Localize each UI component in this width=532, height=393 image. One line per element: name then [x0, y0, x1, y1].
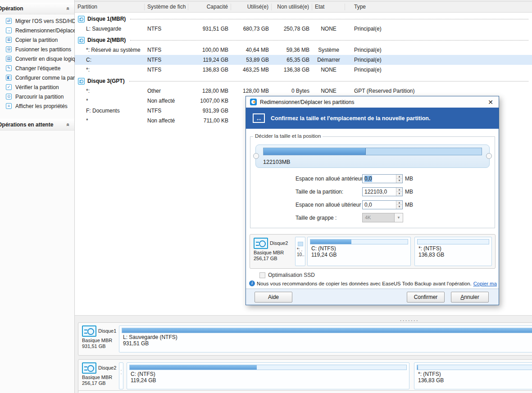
cancel-button[interactable]: Annuler	[451, 292, 489, 303]
column-header-filesystem[interactable]: Système de fich	[145, 4, 188, 10]
slider-track[interactable]	[263, 148, 482, 155]
cell-type: Principal(e)	[345, 26, 532, 32]
unallocated-after-input[interactable]: 0,0▲▼	[362, 200, 403, 209]
close-icon[interactable]: ✕	[487, 99, 495, 106]
disk-panel-disque1: Disque1 Basique MBR 931,51 GB L: Sauvega…	[78, 322, 532, 356]
table-row[interactable]: *: NTFS 136,83 GB 463,25 MB 136,38 GB NO…	[75, 65, 532, 75]
cell-status: Système	[312, 47, 345, 53]
cell-used: 128,00 MB	[231, 88, 272, 94]
partition-size: 119,24 GB	[308, 252, 410, 258]
splitter-handle[interactable]: .......	[400, 316, 419, 322]
spin-down-icon[interactable]: ▼	[396, 179, 402, 183]
disk-icon	[254, 238, 268, 249]
column-header-unused[interactable]: Non utilisé(e)	[272, 4, 312, 10]
column-header-status[interactable]: Etat	[312, 4, 345, 10]
sidebar-item-migrate-os[interactable]: ⇄Migrer l'OS vers SSD/HDD	[0, 16, 74, 26]
properties-icon: ≡	[6, 103, 12, 109]
partition-size-input[interactable]: 122103,0▲▼	[362, 187, 403, 196]
convert-logical-icon: ▤	[6, 56, 12, 62]
sidebar-item-resize-move[interactable]: →Redimensionner/Déplacer l...	[0, 26, 74, 35]
table-row-selected[interactable]: C: NTFS 119,24 GB 53,89 GB 65,35 GB Déma…	[75, 55, 532, 65]
sidebar-item-check-partition[interactable]: ✓Vérifier la partition	[0, 82, 74, 92]
cell-used: 680,73 GB	[231, 26, 272, 32]
spin-up-icon[interactable]: ▲	[396, 188, 402, 192]
partition-size: 931,51 GB	[119, 340, 532, 347]
partition-size-slider[interactable]: 122103MB	[255, 145, 490, 168]
cell-used: 463,25 MB	[231, 67, 272, 73]
column-header-type[interactable]: Type	[345, 4, 532, 10]
info-icon: i	[249, 280, 255, 286]
field-unallocated-before: Espace non alloué antérieur : 0,0▲▼ MB	[296, 174, 413, 183]
column-header-capacity[interactable]: Capacité	[188, 4, 231, 10]
sidebar-item-copy-partition[interactable]: ⊞Copier la partition	[0, 35, 74, 45]
sidebar-section-title: Opération	[0, 5, 23, 12]
spinner-buttons[interactable]: ▲▼	[396, 175, 402, 183]
slider-right-handle[interactable]	[486, 153, 492, 159]
spin-down-icon[interactable]: ▼	[396, 192, 402, 196]
sidebar-item-set-active[interactable]: ◧Configurer comme la partiti...	[0, 73, 74, 82]
spin-up-icon[interactable]: ▲	[396, 201, 402, 205]
confirm-button[interactable]: Confirmer	[407, 292, 445, 303]
sidebar-item-change-label[interactable]: ✎Changer l'étiquette	[0, 63, 74, 73]
field-value: 122103,0	[364, 189, 387, 195]
sidebar-item-merge-partitions[interactable]: ⊟Fusionner les partitions	[0, 45, 74, 54]
dialog-titlebar[interactable]: Redimensionner/Déplacer les partitions ✕	[246, 96, 499, 108]
unallocated-before-input[interactable]: 0,0▲▼	[362, 174, 403, 183]
group-divider	[129, 81, 528, 81]
preview-block-system-reserved[interactable]: *: . 10..	[295, 237, 305, 266]
partition-block-l-sauvegarde[interactable]: L: Sauvegarde (NTFS) 931,51 GB	[119, 325, 532, 352]
dialog-banner: ↔ Confirmez la taille et l'emplacement d…	[246, 108, 499, 129]
cell-unused: 65,35 GB	[272, 57, 312, 63]
cell-filesystem: NTFS	[145, 67, 188, 73]
copy-now-link[interactable]: Copier maintenant	[473, 281, 497, 286]
sidebar-item-label: Copier la partition	[15, 37, 58, 43]
help-button[interactable]: Aide	[255, 292, 292, 303]
ssd-optimization-checkbox[interactable]	[259, 272, 265, 278]
group-divider	[130, 40, 528, 41]
disk-group-header[interactable]: Disque 2(MBR)	[75, 35, 532, 45]
spinner-buttons[interactable]: ▲▼	[396, 201, 402, 209]
usage-fill	[130, 365, 257, 370]
disk-size: 931,51 GB	[82, 343, 120, 349]
preview-block-c[interactable]: C: (NTFS) 119,24 GB	[307, 237, 411, 266]
cell-capacity: 1007,00 KB	[188, 98, 231, 104]
slider-left-handle[interactable]	[253, 153, 259, 159]
column-header-used[interactable]: Utilisé(e)	[231, 4, 272, 10]
sidebar: Opération « ⇄Migrer l'OS vers SSD/HDD →R…	[0, 0, 75, 393]
size-position-groupbox: Décider la taille et la position 122103M…	[250, 136, 495, 228]
disk-type: Basique MBR	[82, 338, 120, 343]
spin-up-icon[interactable]: ▲	[396, 175, 402, 179]
disk-group-header[interactable]: Disque 3(GPT)	[75, 76, 532, 86]
spin-down-icon[interactable]: ▼	[396, 205, 402, 209]
table-row[interactable]: L: Sauvegarde NTFS 931,51 GB 680,73 GB 2…	[75, 24, 532, 34]
partition-size: 136,83 GB	[414, 377, 532, 384]
collapse-chevron-icon[interactable]: «	[65, 7, 72, 10]
partition-block-system-reserved[interactable]: . .	[119, 362, 123, 389]
sidebar-item-convert-logical[interactable]: ▤Convertir en disque logique	[0, 54, 74, 63]
preview-block-star-ntfs[interactable]: *: (NTFS) 136,83 GB	[414, 237, 492, 266]
sidebar-item-properties[interactable]: ≡Afficher les propriétés	[0, 101, 74, 111]
sidebar-section-operation[interactable]: Opération «	[0, 3, 74, 14]
spinner-buttons[interactable]: ▲▼	[396, 188, 402, 196]
table-row[interactable]: *: Other 128,00 MB 128,00 MB 0 Bytes NON…	[75, 86, 532, 96]
partition-size: 136,83 GB	[415, 252, 491, 258]
sidebar-section-pending-operations[interactable]: Opérations en attente «	[0, 119, 74, 131]
slider-fill	[264, 148, 366, 155]
partition-block-star-ntfs[interactable]: *: (NTFS) 136,83 GB	[414, 362, 532, 389]
cell-type: Principal(e)	[345, 57, 532, 63]
copy-partition-icon: ⊞	[6, 37, 12, 43]
column-header-partition[interactable]: Partition	[75, 4, 145, 10]
cell-status: NONE	[312, 67, 345, 73]
disk-name: Disque1	[98, 328, 116, 334]
field-unallocated-after: Espace non alloué ultérieur : 0,0▲▼ MB	[296, 200, 413, 209]
sidebar-item-explore-partition[interactable]: ⊙Parcourir la partition	[0, 92, 74, 101]
cell-capacity: 931,51 GB	[188, 26, 231, 32]
usage-fill	[310, 239, 351, 244]
disk-group-header[interactable]: Disque 1(MBR)	[75, 14, 532, 24]
resize-move-dialog: Redimensionner/Déplacer les partitions ✕…	[246, 96, 499, 305]
dialog-title: Redimensionner/Déplacer les partitions	[260, 99, 354, 105]
cell-unused: 0 Bytes	[272, 88, 312, 94]
table-row[interactable]: *: Réservé au système NTFS 100,00 MB 40,…	[75, 45, 532, 55]
collapse-chevron-icon[interactable]: «	[65, 123, 72, 126]
partition-block-c[interactable]: C: (NTFS) 119,24 GB	[127, 362, 409, 389]
